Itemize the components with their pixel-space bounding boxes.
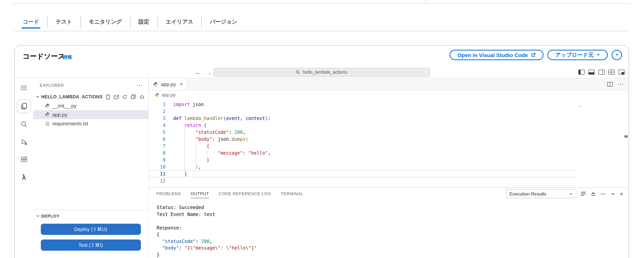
aws-lambda-icon[interactable]: λ (17, 171, 30, 184)
indent-guide (184, 129, 185, 171)
open-vscode-button[interactable]: Open in Visual Studio Code (450, 50, 544, 60)
line-number: 6 (148, 136, 166, 143)
indent-guide (196, 143, 196, 164)
minimap[interactable] (578, 103, 595, 113)
fullscreen-icon[interactable] (618, 69, 625, 75)
editor-body: λ EXPLORER ··· HELLO_LAMBDA_ACTIONS (15, 78, 628, 258)
code-editor[interactable]: 1import json23def lambda_handler(event, … (148, 99, 628, 187)
new-folder-icon[interactable] (114, 94, 119, 100)
tab-alias[interactable]: エイリアス (157, 16, 201, 28)
tab-test[interactable]: テスト (47, 16, 80, 28)
code-line[interactable]: 3def lambda_handler(event, context): (148, 115, 577, 122)
editor-tab-app-py[interactable]: app.py × (148, 78, 188, 90)
tab-filename: app.py (161, 81, 176, 87)
output-lines: Status: SucceededTest Event Name: testRe… (157, 204, 628, 258)
activity-bar: λ (15, 78, 33, 258)
code-line[interactable]: 11 } (148, 171, 577, 177)
tab-settings-label: 設定 (138, 18, 149, 25)
back-icon[interactable]: ← (195, 69, 200, 75)
upload-from-button[interactable]: アップロード元 ▼ (548, 50, 608, 60)
output-channel-select[interactable]: Execution Results (506, 189, 576, 198)
close-tab-icon[interactable]: × (180, 81, 183, 87)
console-header-divider (425, 0, 425, 4)
file-row-init[interactable]: __init__.py (33, 101, 148, 110)
tree-root-folder[interactable]: HELLO_LAMBDA_ACTIONS (33, 92, 148, 101)
code-line[interactable]: 1import json (148, 101, 577, 108)
text-file-icon (45, 121, 50, 126)
line-number: 11 (148, 171, 166, 177)
lock-autoscroll-icon[interactable] (590, 191, 596, 196)
forward-icon[interactable]: → (206, 69, 212, 75)
collapse-card-button[interactable]: ▼ (612, 50, 622, 60)
explorer-more-icon[interactable]: ··· (137, 82, 143, 88)
explorer-icon[interactable] (17, 99, 31, 113)
code-line[interactable]: 7 { (148, 143, 577, 150)
info-link[interactable]: 情報 (63, 54, 72, 61)
caret-down-icon: ▼ (615, 53, 618, 57)
caret-down-icon: ▼ (597, 53, 600, 57)
refresh-icon[interactable] (122, 94, 128, 100)
filter-output-icon[interactable] (580, 191, 586, 196)
code-line[interactable]: 9 } (148, 157, 577, 164)
toggle-sidebar-icon[interactable] (578, 69, 585, 75)
code-line[interactable]: 8 "message": "hello", (148, 150, 577, 157)
open-vscode-label: Open in Visual Studio Code (457, 52, 528, 58)
split-editor-icon[interactable] (607, 82, 613, 87)
page-title: コードソース (23, 52, 65, 61)
code-source-card: コードソース 情報 Open in Visual Studio Code アップ… (14, 45, 629, 258)
toggle-panel-icon[interactable] (588, 69, 595, 75)
command-center-search[interactable]: hello_lambda_actions (214, 68, 430, 77)
more-actions-icon[interactable]: ··· (618, 81, 624, 87)
output-console[interactable]: Status: SucceededTest Event Name: testRe… (148, 199, 628, 258)
run-debug-icon[interactable] (17, 135, 30, 149)
maximize-panel-icon[interactable] (610, 191, 616, 196)
file-row-app[interactable]: app.py (33, 110, 148, 119)
deploy-button[interactable]: Deploy (⇧⌘U) (40, 224, 141, 235)
editor-titlebar: ← → hello_lambda_actions (15, 66, 628, 78)
page: コード テスト モニタリング 設定 エイリアス バージョン コードソース 情報 … (0, 0, 644, 258)
toggle-secondary-sidebar-icon[interactable] (598, 69, 605, 75)
deploy-header[interactable]: DEPLOY (33, 213, 148, 219)
search-sidebar-icon[interactable] (17, 118, 30, 131)
tab-settings[interactable]: 設定 (130, 16, 157, 28)
test-button[interactable]: Test (⇧⌘I) (40, 239, 141, 251)
file-row-requirements[interactable]: requirements.txt (33, 119, 148, 128)
python-icon (45, 112, 50, 117)
panel-tab-problems[interactable]: PROBLEMS (156, 191, 181, 196)
tab-versions[interactable]: バージョン (202, 16, 246, 28)
panel-tab-output[interactable]: OUTPUT (191, 191, 209, 196)
tab-versions-label: バージョン (210, 18, 238, 25)
code-line[interactable]: 2 (148, 108, 577, 115)
output-line: "statusCode": 200, (157, 238, 628, 245)
line-number: 9 (148, 157, 166, 164)
breadcrumb-item[interactable]: app.py (162, 92, 176, 98)
more-actions-icon[interactable] (600, 191, 606, 196)
explorer-sidebar: EXPLORER ··· HELLO_LAMBDA_ACTIONS (33, 78, 148, 258)
line-number: 2 (148, 108, 166, 115)
sync-cloud-icon[interactable] (139, 94, 145, 100)
close-panel-icon[interactable]: × (620, 191, 623, 197)
explorer-title: EXPLORER (40, 83, 64, 87)
tab-code[interactable]: コード (23, 16, 47, 28)
minimap-row (578, 113, 595, 114)
chevron-down-icon (569, 192, 573, 196)
tab-alias-label: エイリアス (166, 18, 193, 25)
explorer-actions (105, 94, 145, 100)
collapse-all-icon[interactable] (130, 94, 136, 100)
bottom-panel: PROBLEMS OUTPUT CODE REFERENCE LOG TERMI… (148, 187, 628, 258)
customize-layout-icon[interactable] (608, 69, 615, 75)
menu-icon[interactable] (17, 81, 30, 94)
code-line[interactable]: 10 ), (148, 164, 577, 171)
code-line[interactable]: 6 "body": json.dumps( (148, 136, 577, 143)
tab-monitoring[interactable]: モニタリング (80, 16, 130, 28)
code-line[interactable]: 5 "statusCode": 200, (148, 129, 577, 136)
extensions-icon[interactable] (17, 153, 30, 166)
code-line[interactable]: 4 return { (148, 122, 577, 129)
line-number: 4 (148, 122, 166, 129)
code-line[interactable]: 12 (148, 177, 577, 184)
console-header-edge (13, 0, 631, 4)
panel-tab-code-reference-log[interactable]: CODE REFERENCE LOG (219, 191, 271, 196)
new-file-icon[interactable] (105, 94, 111, 100)
panel-tab-terminal[interactable]: TERMINAL (280, 191, 303, 196)
output-line: Response: (157, 225, 628, 231)
